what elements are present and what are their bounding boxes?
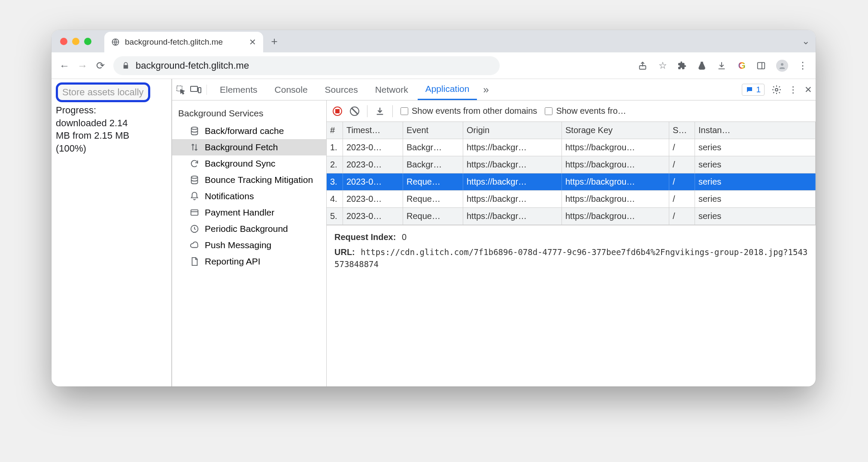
checkbox-input[interactable] xyxy=(401,107,408,115)
tab-title: background-fetch.glitch.me xyxy=(125,37,244,47)
events-table: # Timest… Event Origin Storage Key S… In… xyxy=(327,122,816,225)
close-window-button[interactable] xyxy=(60,38,67,45)
col-storage-key[interactable]: Storage Key xyxy=(562,122,669,139)
devtools-body: Background Services Back/forward cache B… xyxy=(172,100,816,386)
downloads-icon[interactable] xyxy=(717,61,727,70)
svg-rect-10 xyxy=(191,210,198,216)
tab-application[interactable]: Application xyxy=(418,79,477,100)
forward-button[interactable]: → xyxy=(77,60,88,72)
minimize-window-button[interactable] xyxy=(72,38,79,45)
extensions-icon[interactable] xyxy=(677,61,688,70)
cell-event: Backgr… xyxy=(403,139,463,156)
maximize-window-button[interactable] xyxy=(84,38,91,45)
cell-s: / xyxy=(669,191,695,207)
page-content: Store assets locally Progress: downloade… xyxy=(52,79,172,386)
col-s[interactable]: S… xyxy=(669,122,695,139)
inspect-icon[interactable] xyxy=(176,85,186,95)
col-instance[interactable]: Instan… xyxy=(695,122,816,139)
table-row[interactable]: 2. 2023-0… Backgr… https://backgr… https… xyxy=(327,156,816,173)
file-icon xyxy=(189,257,200,266)
device-toggle-icon[interactable] xyxy=(190,85,201,94)
devtools-tabs: Elements Console Sources Network Applica… xyxy=(172,79,816,100)
sidebar-item-reporting-api[interactable]: Reporting API xyxy=(172,253,326,270)
cell-num: 2. xyxy=(327,156,343,173)
table-row[interactable]: 5. 2023-0… Reque… https://backgr… https:… xyxy=(327,208,816,225)
col-origin[interactable]: Origin xyxy=(463,122,562,139)
tabs-overflow[interactable]: » xyxy=(479,84,493,96)
url-value: https://cdn.glitch.com/7f1b6896-078d-477… xyxy=(334,247,807,269)
issues-icon xyxy=(746,86,753,94)
sidepanel-icon[interactable] xyxy=(756,61,767,70)
sidebar-item-notifications[interactable]: Notifications xyxy=(172,188,326,204)
event-details: Request Index: 0 URL: https://cdn.glitch… xyxy=(327,225,816,281)
sidebar-item-bounce-tracking[interactable]: Bounce Tracking Mitigation xyxy=(172,172,326,188)
progress-percent: (100%) xyxy=(56,143,86,154)
sidebar-item-push-messaging[interactable]: Push Messaging xyxy=(172,237,326,253)
labs-icon[interactable] xyxy=(697,61,707,70)
cell-origin: https://backgr… xyxy=(463,173,562,190)
share-icon[interactable] xyxy=(638,61,648,70)
cell-instance: series xyxy=(695,191,816,207)
cell-s: / xyxy=(669,173,695,190)
devtools-close-icon[interactable]: ✕ xyxy=(804,85,812,95)
show-other-domains-checkbox[interactable]: Show events from other domains xyxy=(401,106,537,116)
show-events-from-checkbox[interactable]: Show events fro… xyxy=(545,106,626,116)
cell-instance: series xyxy=(695,139,816,156)
save-events-button[interactable] xyxy=(375,106,385,116)
window-controls xyxy=(60,38,91,45)
sidebar-item-background-fetch[interactable]: Background Fetch xyxy=(172,139,326,155)
bookmark-icon[interactable]: ☆ xyxy=(658,60,668,71)
tab-network[interactable]: Network xyxy=(367,79,416,100)
browser-tab[interactable]: background-fetch.glitch.me ✕ xyxy=(104,32,263,52)
globe-icon xyxy=(111,38,120,46)
database-icon xyxy=(189,126,200,136)
table-header-row: # Timest… Event Origin Storage Key S… In… xyxy=(327,122,816,139)
cell-timestamp: 2023-0… xyxy=(343,208,403,225)
application-sidebar: Background Services Back/forward cache B… xyxy=(172,100,327,386)
checkbox-input[interactable] xyxy=(545,107,552,115)
table-row[interactable]: 3. 2023-0… Reque… https://backgr… https:… xyxy=(327,173,816,191)
cell-s: / xyxy=(669,156,695,173)
cell-num: 1. xyxy=(327,139,343,156)
sidebar-label: Periodic Background xyxy=(205,224,288,234)
tab-sources[interactable]: Sources xyxy=(317,79,366,100)
cell-timestamp: 2023-0… xyxy=(343,173,403,190)
table-row[interactable]: 4. 2023-0… Reque… https://backgr… https:… xyxy=(327,191,816,208)
cell-num: 3. xyxy=(327,173,343,190)
devtools-menu-icon[interactable]: ⋮ xyxy=(789,85,798,95)
record-button[interactable] xyxy=(333,106,342,116)
progress-label: Progress: xyxy=(56,105,96,116)
request-index-label: Request Index: xyxy=(334,232,396,242)
sidebar-item-back-forward-cache[interactable]: Back/forward cache xyxy=(172,123,326,139)
col-num[interactable]: # xyxy=(327,122,343,139)
tab-overflow-button[interactable]: ⌄ xyxy=(802,36,816,47)
address-bar[interactable]: background-fetch.glitch.me xyxy=(113,56,500,75)
sidebar-item-periodic-background[interactable]: Periodic Background xyxy=(172,221,326,237)
new-tab-button[interactable]: + xyxy=(263,35,285,48)
tab-console[interactable]: Console xyxy=(267,79,316,100)
tab-close-icon[interactable]: ✕ xyxy=(249,37,256,47)
profile-avatar[interactable] xyxy=(776,60,788,72)
sidebar-item-background-sync[interactable]: Background Sync xyxy=(172,155,326,172)
cell-event: Reque… xyxy=(403,191,463,207)
table-row[interactable]: 1. 2023-0… Backgr… https://backgr… https… xyxy=(327,139,816,156)
issues-badge[interactable]: 1 xyxy=(742,84,765,96)
col-timestamp[interactable]: Timest… xyxy=(343,122,403,139)
clear-button[interactable] xyxy=(350,106,359,116)
settings-icon[interactable] xyxy=(771,85,782,95)
tab-elements[interactable]: Elements xyxy=(212,79,265,100)
col-event[interactable]: Event xyxy=(403,122,463,139)
cloud-icon xyxy=(189,240,200,250)
back-button[interactable]: ← xyxy=(59,60,70,72)
svg-point-8 xyxy=(191,127,198,130)
cell-storage-key: https://backgrou… xyxy=(562,191,669,207)
store-assets-button[interactable]: Store assets locally xyxy=(56,82,150,102)
cell-origin: https://backgr… xyxy=(463,208,562,225)
google-icon[interactable]: G xyxy=(737,60,747,71)
reload-button[interactable]: ⟳ xyxy=(95,60,106,72)
sidebar-section-title: Background Services xyxy=(172,100,326,123)
events-toolbar: Show events from other domains Show even… xyxy=(327,100,816,122)
sidebar-item-payment-handler[interactable]: Payment Handler xyxy=(172,204,326,221)
menu-icon[interactable]: ⋮ xyxy=(798,60,808,71)
checkbox-label: Show events fro… xyxy=(556,106,626,116)
